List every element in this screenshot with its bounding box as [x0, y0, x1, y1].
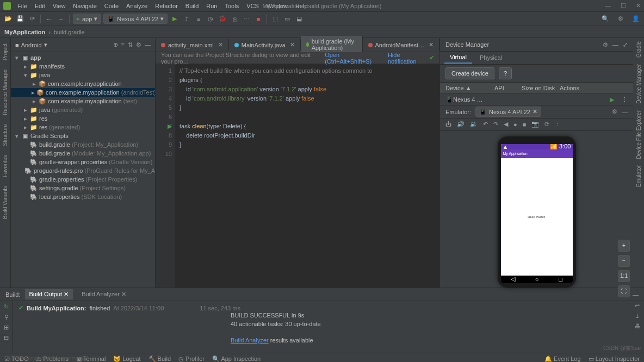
menu-navigate[interactable]: Navigate	[70, 2, 100, 10]
rail-build-variants[interactable]: Build Variants	[1, 183, 9, 222]
rail-structure[interactable]: Structure	[1, 121, 9, 149]
tree-item[interactable]: ▸📦com.example.myapplication (androidTest…	[11, 88, 155, 97]
close-icon[interactable]: ✕	[636, 2, 641, 9]
device-combo[interactable]: 📱Nexus 4 API 22▾	[103, 14, 168, 24]
tab-physical[interactable]: Physical	[474, 52, 507, 63]
editor-tab[interactable]: AndroidManifest…✕	[363, 39, 440, 51]
target-icon[interactable]: ⊕	[113, 41, 118, 48]
tree-item[interactable]: ▸📁java (generated)	[11, 105, 155, 114]
search-icon[interactable]: 🔍	[600, 14, 610, 24]
menu-refactor[interactable]: Refactor	[152, 2, 181, 10]
debug-icon[interactable]: 🐞	[218, 14, 227, 24]
stop-icon[interactable]: ■	[253, 14, 263, 24]
overview-btn-icon[interactable]: ■	[523, 121, 527, 128]
breadcrumb-project[interactable]: MyApplication	[4, 29, 45, 35]
tool-app-inspection[interactable]: 🔍 App Inspection	[212, 355, 261, 362]
open-icon[interactable]: 📂	[3, 14, 13, 24]
help-button[interactable]: ?	[499, 67, 512, 79]
debug-step-icon[interactable]: ⤴	[182, 14, 191, 24]
menu-view[interactable]: View	[49, 2, 69, 10]
collapse-panel-icon[interactable]: —	[145, 41, 151, 48]
run-icon[interactable]: ▶	[170, 14, 179, 24]
back-btn-icon[interactable]: ◀	[504, 121, 508, 128]
scroll-end-icon[interactable]: ⤓	[635, 313, 641, 320]
rail-resource-manager[interactable]: Resource Manager	[1, 66, 9, 118]
tree-item[interactable]: ▸📦com.example.myapplication	[11, 79, 155, 88]
menu-run[interactable]: Run	[203, 2, 220, 10]
panel-dock-icon[interactable]: ⤢	[623, 41, 628, 48]
sync-icon[interactable]: ⟳	[27, 14, 37, 24]
create-device-button[interactable]: Create device	[445, 67, 494, 79]
volup-icon[interactable]: 🔊	[457, 121, 465, 128]
forward-icon[interactable]: →	[56, 14, 66, 24]
maximize-icon[interactable]: ☐	[621, 2, 626, 9]
tree-item[interactable]: ▸📁res	[11, 114, 155, 123]
device-row[interactable]: 📱 Nexus 4 … ▶ ⋮	[440, 94, 633, 105]
zoom-in-icon[interactable]: +	[618, 240, 630, 252]
attach-icon[interactable]: ⎘	[230, 14, 239, 24]
tree-item[interactable]: ▸📦com.example.myapplication (test)	[11, 97, 155, 105]
editor-tab[interactable]: activity_main.xml✕	[156, 39, 229, 51]
menu-vcs[interactable]: VCS	[243, 2, 262, 10]
menu-file[interactable]: File	[14, 2, 30, 10]
tree-item[interactable]: 🐘gradle.properties (Project Properties)	[11, 175, 155, 184]
tree-item[interactable]: 🐘proguard-rules.pro (ProGuard Rules for …	[11, 166, 155, 175]
rail-device-manager[interactable]: Device Manager	[635, 61, 643, 107]
tree-item[interactable]: 🐘gradle-wrapper.properties (Gradle Versi…	[11, 158, 155, 166]
menu-build[interactable]: Build	[182, 2, 202, 10]
sort-icon[interactable]: ⇅	[128, 41, 133, 48]
collapse-icon[interactable]: ⊟	[4, 334, 9, 341]
settings-icon[interactable]: ⚙	[616, 14, 626, 24]
zoom-fill-icon[interactable]: ⛶	[618, 285, 630, 297]
more-run-icon[interactable]: ⋯	[242, 14, 251, 24]
project-tree[interactable]: ▾▣app▸📁manifests▾📁java▸📦com.example.myap…	[11, 52, 155, 288]
tree-item[interactable]: 🐘build.gradle (Module: My_Application.ap…	[11, 149, 155, 158]
tree-item[interactable]: 🐘build.gradle (Project: My_Application)	[11, 140, 155, 149]
hide-notification-link[interactable]: Hide notification	[388, 52, 426, 65]
profile-icon[interactable]: ◷	[206, 14, 215, 24]
layout-inspector-button[interactable]: ▭ Layout Inspector	[589, 355, 640, 362]
rail-project[interactable]: Project	[1, 40, 9, 64]
rail-device-file-explorer[interactable]: Device File Explorer	[635, 107, 643, 162]
rail-emulator[interactable]: Emulator	[635, 162, 643, 190]
rail-gradle[interactable]: Gradle	[635, 38, 643, 61]
panel-gear-icon[interactable]: ⚙	[603, 41, 608, 48]
open-structure-link[interactable]: Open (Ctrl+Alt+Shift+S)	[325, 52, 381, 65]
expand-icon[interactable]: ⊞	[4, 324, 9, 331]
tree-item[interactable]: 🐘local.properties (SDK Location)	[11, 192, 155, 201]
menu-code[interactable]: Code	[101, 2, 122, 10]
sdk-icon[interactable]: ⬓	[294, 14, 304, 24]
tree-item[interactable]: 🐘settings.gradle (Project Settings)	[11, 184, 155, 192]
tool-profiler[interactable]: ◷ Profiler	[178, 355, 205, 362]
tree-item[interactable]: ▸📁res (generated)	[11, 123, 155, 132]
panel-minimize-icon[interactable]: —	[612, 41, 618, 48]
avd-icon[interactable]: ▭	[282, 14, 292, 24]
tree-item[interactable]: ▾▣Gradle Scripts	[11, 132, 155, 140]
rail-favorites[interactable]: Favorites	[1, 152, 9, 180]
home-btn-icon[interactable]: ●	[513, 121, 517, 128]
tab-build-output[interactable]: Build Output ✕	[25, 289, 73, 299]
menu-edit[interactable]: Edit	[32, 2, 48, 10]
breadcrumb-file[interactable]: build.gradle	[54, 29, 85, 35]
tree-item[interactable]: ▸📁manifests	[11, 62, 155, 71]
filter-icon[interactable]: ≡	[121, 41, 125, 48]
rerun-icon[interactable]: ↻	[4, 303, 9, 310]
more-icon[interactable]: ⋮	[555, 121, 561, 128]
editor-tab[interactable]: MainActivity.java✕	[229, 39, 301, 51]
screenshot-icon[interactable]: 📷	[531, 121, 539, 128]
menu-analyze[interactable]: Analyze	[123, 2, 151, 10]
save-icon[interactable]: 💾	[15, 14, 25, 24]
user-icon[interactable]: 👤	[631, 14, 641, 24]
gear-icon[interactable]: ⚙	[136, 41, 141, 48]
emulator-phone[interactable]: ▲📶 3:00 My Application Hello World! ◁○□	[498, 136, 576, 288]
project-view-combo[interactable]: ■ Android ▾	[15, 41, 47, 48]
zoom-out-icon[interactable]: −	[618, 255, 630, 267]
rotleft-icon[interactable]: ↶	[483, 121, 488, 128]
coverage-icon[interactable]: ≡	[194, 14, 203, 24]
tree-item[interactable]: ▾▣app	[11, 53, 155, 62]
code-editor[interactable]: 12345678910 // Top-level build file wher…	[156, 64, 439, 288]
emu-gear-icon[interactable]: ⚙	[612, 108, 617, 115]
tab-virtual[interactable]: Virtual	[444, 52, 472, 64]
voldown-icon[interactable]: 🔉	[470, 121, 478, 128]
rotright-icon[interactable]: ↷	[493, 121, 498, 128]
